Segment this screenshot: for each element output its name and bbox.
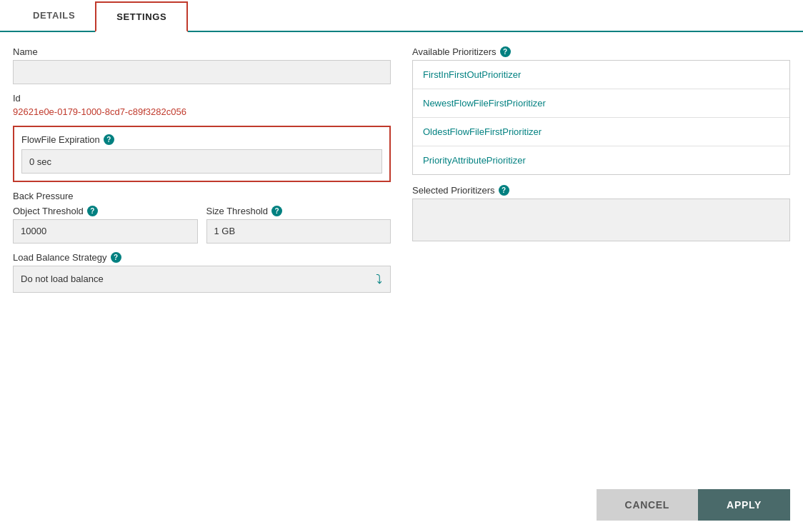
available-prioritizers-group: Available Prioritizers ? FirstInFirstOut… (412, 46, 790, 175)
size-threshold-group: Size Threshold ? (206, 206, 391, 244)
tab-details[interactable]: DETAILS (13, 1, 95, 32)
id-field-group: Id 92621e0e-0179-1000-8cd7-c89f3282c056 (13, 93, 391, 117)
footer: CANCEL APPLY (0, 478, 803, 532)
apply-button[interactable]: APPLY (698, 489, 790, 521)
tab-settings[interactable]: SETTINGS (95, 1, 188, 32)
prioritizer-item-oldest[interactable]: OldestFlowFileFirstPrioritizer (413, 118, 789, 146)
object-threshold-group: Object Threshold ? (13, 206, 198, 244)
cancel-button[interactable]: CANCEL (597, 489, 699, 521)
id-label: Id (13, 93, 391, 104)
available-prioritizers-help-icon[interactable]: ? (500, 46, 511, 57)
id-value: 92621e0e-0179-1000-8cd7-c89f3282c056 (13, 106, 391, 117)
back-pressure-group: Back Pressure Object Threshold ? Size Th… (13, 191, 391, 244)
name-input[interactable] (13, 60, 391, 84)
load-balance-group: Load Balance Strategy ? Do not load bala… (13, 252, 391, 293)
object-threshold-input[interactable] (13, 219, 198, 244)
content-area: Name Id 92621e0e-0179-1000-8cd7-c89f3282… (0, 32, 803, 478)
prioritizer-item-newest[interactable]: NewestFlowFileFirstPrioritizer (413, 89, 789, 118)
flowfile-expiration-box: FlowFile Expiration ? (13, 126, 391, 182)
size-threshold-help-icon[interactable]: ? (271, 206, 282, 216)
load-balance-select[interactable]: Do not load balance Round Robin Single N… (13, 266, 391, 293)
prioritizer-item-priority-attr[interactable]: PriorityAttributePrioritizer (413, 146, 789, 174)
selected-prioritizers-help-icon[interactable]: ? (499, 185, 509, 196)
back-pressure-label: Back Pressure (13, 191, 391, 203)
left-panel: Name Id 92621e0e-0179-1000-8cd7-c89f3282… (13, 46, 391, 478)
selected-prioritizers-box (412, 199, 790, 241)
available-prioritizers-list: FirstInFirstOutPrioritizer NewestFlowFil… (412, 60, 790, 175)
object-threshold-label: Object Threshold ? (13, 206, 198, 216)
available-prioritizers-label: Available Prioritizers ? (412, 46, 790, 57)
flowfile-expiration-help-icon[interactable]: ? (104, 134, 114, 145)
flowfile-expiration-label: FlowFile Expiration ? (21, 134, 382, 145)
size-threshold-input[interactable] (206, 219, 391, 244)
name-label: Name (13, 46, 391, 57)
selected-prioritizers-group: Selected Prioritizers ? (412, 185, 790, 241)
back-pressure-fields: Object Threshold ? Size Threshold ? (13, 206, 391, 244)
load-balance-label: Load Balance Strategy ? (13, 252, 391, 263)
right-panel: Available Prioritizers ? FirstInFirstOut… (412, 46, 790, 478)
flowfile-expiration-input[interactable] (21, 149, 382, 174)
load-balance-help-icon[interactable]: ? (111, 252, 121, 263)
load-balance-select-wrapper: Do not load balance Round Robin Single N… (13, 266, 391, 293)
dialog-container: DETAILS SETTINGS Name Id 92621e0e-0179-1… (0, 0, 803, 532)
name-field-group: Name (13, 46, 391, 84)
prioritizer-item-fifo[interactable]: FirstInFirstOutPrioritizer (413, 61, 789, 89)
size-threshold-label: Size Threshold ? (206, 206, 391, 216)
selected-prioritizers-label: Selected Prioritizers ? (412, 185, 790, 196)
object-threshold-help-icon[interactable]: ? (87, 206, 98, 216)
tabs-bar: DETAILS SETTINGS (0, 0, 803, 32)
